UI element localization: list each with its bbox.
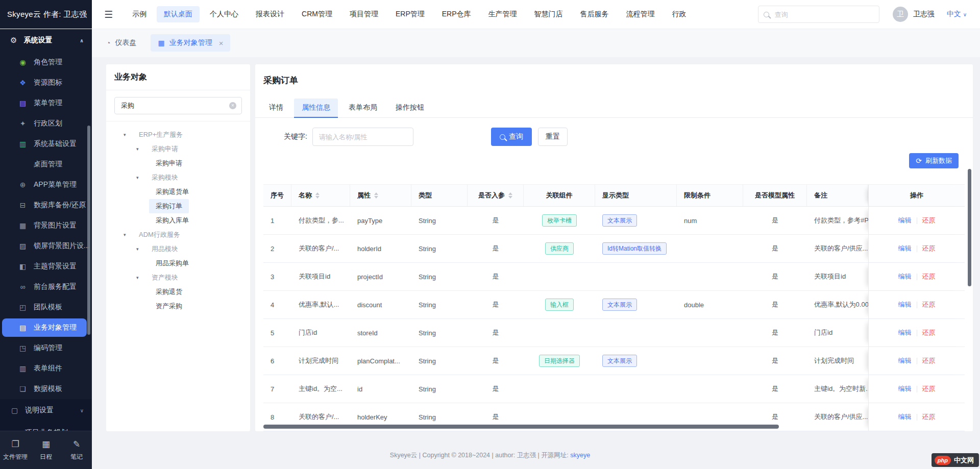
nav-item-生产管理[interactable]: 生产管理 xyxy=(481,6,524,22)
nav-item-个人中心[interactable]: 个人中心 xyxy=(203,6,246,22)
tree-node-采购入库单[interactable]: 采购入库单 xyxy=(106,213,250,228)
edit-link[interactable]: 编辑 xyxy=(898,300,912,309)
tab-属性信息[interactable]: 属性信息 xyxy=(294,98,338,118)
user-name[interactable]: 卫志强 xyxy=(913,10,935,19)
sidebar-scrollbar[interactable] xyxy=(87,126,90,335)
sidebar-item-业务对象管理[interactable]: ▤业务对象管理 xyxy=(2,318,87,337)
tree-node-采购申请[interactable]: 采购申请 xyxy=(106,156,250,170)
edit-link[interactable]: 编辑 xyxy=(898,328,912,337)
restore-link[interactable]: 还原 xyxy=(922,216,936,225)
tree-node-采购退货[interactable]: 采购退货 xyxy=(106,285,250,299)
restore-link[interactable]: 还原 xyxy=(922,384,936,393)
sidebar-item-主题背景设置[interactable]: ◧主题背景设置 xyxy=(0,256,92,277)
tree-search-input[interactable] xyxy=(120,102,229,110)
tree-node-资产模块[interactable]: ▾资产模块 xyxy=(106,270,250,285)
nav-item-报表设计[interactable]: 报表设计 xyxy=(249,6,291,22)
sidebar-item-表单组件[interactable]: ▥表单组件 xyxy=(0,358,92,379)
nav-item-ERP仓库[interactable]: ERP仓库 xyxy=(435,6,478,22)
sidebar-item-前台服务配置[interactable]: ∞前台服务配置 xyxy=(0,277,92,297)
keyword-input[interactable] xyxy=(312,128,413,146)
tab-表单布局[interactable]: 表单布局 xyxy=(341,98,385,118)
restore-link[interactable]: 还原 xyxy=(922,356,936,365)
nav-item-ERP管理[interactable]: ERP管理 xyxy=(388,6,432,22)
sidebar-item-行政区划[interactable]: ✦行政区划 xyxy=(0,113,92,134)
edit-link[interactable]: 编辑 xyxy=(898,412,912,422)
nav-item-行政[interactable]: 行政 xyxy=(665,6,694,22)
sidebar-item-锁屏背景图片设...[interactable]: ▨锁屏背景图片设... xyxy=(0,236,92,256)
refresh-data-button[interactable]: ⟳ 刷新数据 xyxy=(909,153,959,168)
tree-node-采购模块[interactable]: ▾采购模块 xyxy=(106,170,250,185)
edit-link[interactable]: 编辑 xyxy=(898,272,912,281)
nav-item-智慧门店[interactable]: 智慧门店 xyxy=(527,6,570,22)
sidebar-item-数据模板[interactable]: ❏数据模板 xyxy=(0,379,92,399)
global-search[interactable] xyxy=(758,6,879,23)
clear-icon[interactable]: × xyxy=(229,102,236,109)
menu-fold-icon[interactable]: ☰ xyxy=(104,9,113,20)
sidebar-item-资源图标[interactable]: ❖资源图标 xyxy=(0,72,92,93)
nav-item-默认桌面[interactable]: 默认桌面 xyxy=(157,6,200,22)
nav-item-项目管理[interactable]: 项目管理 xyxy=(342,6,385,22)
sidebar-item-背景图片设置[interactable]: ▦背景图片设置 xyxy=(0,215,92,236)
sort-icon[interactable] xyxy=(508,192,512,199)
sidebar-action-文件管理[interactable]: ❐文件管理 xyxy=(0,431,31,469)
sidebar-item-团队模板[interactable]: ◰团队模板 xyxy=(0,297,92,317)
sort-icon[interactable] xyxy=(374,192,378,199)
caret-down-icon[interactable]: ▾ xyxy=(124,232,132,237)
tree-node-用品模块[interactable]: ▾用品模块 xyxy=(106,242,250,256)
tab-操作按钮[interactable]: 操作按钮 xyxy=(388,98,432,118)
restore-link[interactable]: 还原 xyxy=(922,300,936,309)
tree-node-资产采购[interactable]: 资产采购 xyxy=(106,299,250,313)
nav-item-售后服务[interactable]: 售后服务 xyxy=(573,6,616,22)
close-icon[interactable]: × xyxy=(219,39,224,47)
tree-search[interactable]: × xyxy=(114,97,242,114)
tree-node-label: 用品采购单 xyxy=(149,256,195,270)
sort-icon[interactable] xyxy=(315,192,320,199)
sidebar-section-system-settings[interactable]: ⚙ 系统设置 ∧ xyxy=(0,29,92,52)
horizontal-scrollbar[interactable] xyxy=(263,425,779,429)
restore-link[interactable]: 还原 xyxy=(922,244,936,253)
sidebar-item-系统基础设置[interactable]: ▥系统基础设置 xyxy=(0,134,92,154)
cell-text: 是 xyxy=(772,272,778,281)
language-switcher[interactable]: 中文 ∨ xyxy=(947,10,967,19)
nav-item-流程管理[interactable]: 流程管理 xyxy=(619,6,662,22)
caret-down-icon[interactable]: ▾ xyxy=(136,146,145,152)
tree-node-用品采购单[interactable]: 用品采购单 xyxy=(106,256,250,270)
sidebar-action-日程[interactable]: ▦日程 xyxy=(31,431,61,469)
tree-node-ERP+生产服务[interactable]: ▾ERP+生产服务 xyxy=(106,128,250,142)
sidebar-item-角色管理[interactable]: ◉角色管理 xyxy=(0,52,92,72)
sidebar-item-编码管理[interactable]: ◳编码管理 xyxy=(0,338,92,358)
caret-down-icon[interactable]: ▾ xyxy=(136,246,145,252)
caret-down-icon[interactable]: ▾ xyxy=(136,175,145,180)
global-search-input[interactable] xyxy=(774,10,874,19)
tab-业务对象管理[interactable]: ▦业务对象管理× xyxy=(151,34,230,52)
edit-link[interactable]: 编辑 xyxy=(898,356,912,365)
sidebar-item-桌面管理[interactable]: 桌面管理 xyxy=(0,154,92,175)
sidebar-item-菜单管理[interactable]: ▤菜单管理 xyxy=(0,93,92,113)
vertical-scrollbar[interactable] xyxy=(968,169,971,286)
restore-link[interactable]: 还原 xyxy=(922,412,936,422)
restore-link[interactable]: 还原 xyxy=(922,328,936,337)
sidebar-action-笔记[interactable]: ✎笔记 xyxy=(61,431,92,469)
footer-link[interactable]: skyeye xyxy=(570,452,590,459)
tree-node-采购订单[interactable]: 采购订单 xyxy=(106,199,250,213)
search-button[interactable]: 查询 xyxy=(491,128,532,146)
edit-link[interactable]: 编辑 xyxy=(898,216,912,225)
tree-node-ADM行政服务[interactable]: ▾ADM行政服务 xyxy=(106,228,250,242)
avatar[interactable]: 卫 xyxy=(893,7,908,22)
sidebar-group-说明设置[interactable]: ▢说明设置∨ xyxy=(0,399,92,422)
tab-详情[interactable]: 详情 xyxy=(261,98,291,118)
sidebar-item-数据库备份/还原[interactable]: ⊟数据库备份/还原 xyxy=(0,195,92,215)
tree-node-采购退货单[interactable]: 采购退货单 xyxy=(106,185,250,199)
caret-down-icon[interactable]: ▾ xyxy=(136,275,145,280)
edit-link[interactable]: 编辑 xyxy=(898,384,912,393)
nav-item-示例[interactable]: 示例 xyxy=(125,6,154,22)
caret-down-icon[interactable]: ▾ xyxy=(124,132,132,137)
nav-item-CRM管理[interactable]: CRM管理 xyxy=(295,6,339,22)
restore-link[interactable]: 还原 xyxy=(922,272,936,281)
reset-button[interactable]: 重置 xyxy=(538,128,568,146)
tab-仪表盘[interactable]: ◔仪表盘 xyxy=(99,34,143,52)
edit-link[interactable]: 编辑 xyxy=(898,244,912,253)
tree-node-采购申请[interactable]: ▾采购申请 xyxy=(106,142,250,156)
cell-是否入参: 是 xyxy=(468,319,524,347)
sidebar-item-APP菜单管理[interactable]: ⊕APP菜单管理 xyxy=(0,175,92,195)
